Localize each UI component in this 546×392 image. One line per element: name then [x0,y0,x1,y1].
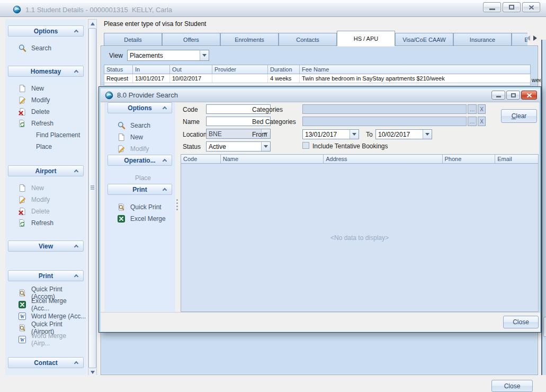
sidebar-item-homestay-refresh[interactable]: Refresh [5,118,86,129]
clear-x-icon: X [480,106,484,112]
tab-enrolments[interactable]: Enrolments [220,33,279,46]
status-dropdown[interactable]: Active [206,141,271,152]
excel-merge-icon [117,215,126,223]
clipped-button-fragment [543,317,546,337]
column-header-phone[interactable]: Phone [443,155,496,163]
view-dropdown[interactable]: Placements [127,50,209,61]
sidebar-item-homestay-delete[interactable]: Delete [5,106,86,118]
dialog-maximize-button[interactable] [506,91,520,100]
close-icon [529,5,534,10]
dialog-section-print[interactable]: Print [108,184,172,195]
to-date-picker[interactable]: 10/02/2017 [375,129,432,139]
dropdown-arrow-button[interactable] [261,142,270,151]
include-tentative-checkbox[interactable] [302,142,309,149]
maximize-icon [511,93,516,97]
splitter-handle[interactable] [176,199,178,201]
column-header-code[interactable]: Code [181,155,221,163]
dialog-section-operations[interactable]: Operatio... [108,155,172,166]
sidebar-section-contact[interactable]: Contact [8,357,84,368]
main-close-window-button[interactable] [522,2,540,12]
dialog-item-modify[interactable]: Modify [104,143,175,155]
table-row[interactable]: Request 13/01/2017 10/02/2017 4 weeks Tw… [104,74,531,83]
dropdown-arrow-button[interactable] [200,50,209,60]
sidebar-item-search[interactable]: Search [5,42,86,54]
word-merge-icon: W [18,335,26,344]
dialog-item-search[interactable]: Search [104,120,175,131]
tab-offers[interactable]: Offers [162,33,220,46]
sidebar-item-word-merge-airport[interactable]: W Word Merge (Airp... [5,334,86,345]
cell-out: 10/02/2017 [170,74,212,83]
tab-contacts[interactable]: Contacts [279,33,337,46]
sidebar-item-airport-delete[interactable]: Delete [5,206,86,217]
column-header-status[interactable]: Status [104,65,133,74]
scrollbar-thumb[interactable] [88,28,96,368]
clear-button[interactable]: Clear [501,109,537,123]
sidebar-item-airport-new[interactable]: New [5,182,86,194]
categories-ellipsis-button[interactable]: … [468,104,477,114]
results-grid-header[interactable]: Code Name Address Phone Email [181,154,539,164]
tab-visa-coe-caaw[interactable]: Visa/CoE CAAW [395,33,453,46]
dialog-titlebar[interactable]: 8.0 Provider Search [101,88,540,102]
sidebar-item-excel-merge-accom[interactable]: Excel Merge (Acc... [5,299,86,310]
location-label: Location [183,131,207,138]
view-dropdown-value: Placements [128,52,200,59]
sidebar-section-print[interactable]: Print [8,270,84,281]
dialog-section-options[interactable]: Options [108,102,172,113]
column-header-address[interactable]: Address [324,155,442,163]
scroll-up-button[interactable] [88,20,96,28]
svg-text:W: W [20,337,25,343]
column-header-duration[interactable]: Duration [268,65,300,74]
dropdown-arrow-button[interactable] [423,130,432,139]
column-header-email[interactable]: Email [495,155,538,163]
name-label: Name [183,118,200,126]
to-date-value: 10/02/2017 [376,131,423,138]
bed-categories-clear-button[interactable]: X [478,117,486,126]
sidebar-item-homestay-new[interactable]: New [5,83,86,94]
categories-clear-button[interactable]: X [478,104,486,114]
tab-details[interactable]: Details [104,33,162,46]
placements-table-header[interactable]: Status In Out Provider Duration Fee Name [104,65,531,74]
main-minimize-button[interactable] [483,2,501,12]
categories-field[interactable] [302,104,467,114]
search-icon [18,44,26,52]
sidebar-item-place[interactable]: Place [5,141,86,153]
tab-scroll-left-icon[interactable] [526,35,530,41]
sidebar-item-homestay-modify[interactable]: Modify [5,94,86,106]
main-maximize-button[interactable] [503,2,521,12]
placements-table: Status In Out Provider Duration Fee Name… [104,65,531,83]
dialog-close-button[interactable]: Close [503,316,539,328]
dialog-minimize-button[interactable] [491,91,505,100]
dialog-close-window-button[interactable] [521,91,537,100]
column-header-in[interactable]: In [133,65,170,74]
bed-categories-field[interactable] [302,117,467,126]
refresh-icon [18,119,26,128]
column-header-provider[interactable]: Provider [212,65,268,74]
dialog-item-place[interactable]: Place [104,172,175,184]
column-header-fee-name[interactable]: Fee Name [300,65,530,74]
sidebar-section-options[interactable]: Options [8,25,84,37]
close-icon [526,93,532,98]
sidebar-section-view[interactable]: View [8,240,84,252]
sidebar-item-airport-refresh[interactable]: Refresh [5,217,86,229]
dialog-item-quick-print[interactable]: Quick Print [104,201,175,213]
sidebar-item-find-placement[interactable]: Find Placement [5,129,86,141]
dropdown-arrow-button[interactable] [350,130,359,139]
tab-scroll-right-icon[interactable] [533,35,537,41]
dialog-item-excel-merge[interactable]: Excel Merge [104,213,175,225]
tab-insurance[interactable]: Insurance [453,33,512,46]
arrow-up-icon [91,22,95,25]
tab-hs-apu[interactable]: HS / APU [337,31,395,46]
main-window-footer [0,375,546,392]
column-header-out[interactable]: Out [170,65,212,74]
dialog-item-new[interactable]: New [104,131,175,143]
sidebar-scrollbar[interactable] [88,19,97,377]
bed-categories-ellipsis-button[interactable]: … [468,117,477,126]
sidebar-section-airport[interactable]: Airport [8,165,84,176]
tab-employment[interactable]: Employment [512,33,527,46]
cell-status: Request [104,74,133,83]
sidebar-section-homestay[interactable]: Homestay [8,66,84,77]
main-close-button[interactable]: Close [491,380,533,392]
sidebar-item-airport-modify[interactable]: Modify [5,194,86,206]
column-header-name[interactable]: Name [221,155,324,163]
from-date-picker[interactable]: 13/01/2017 [302,129,359,139]
